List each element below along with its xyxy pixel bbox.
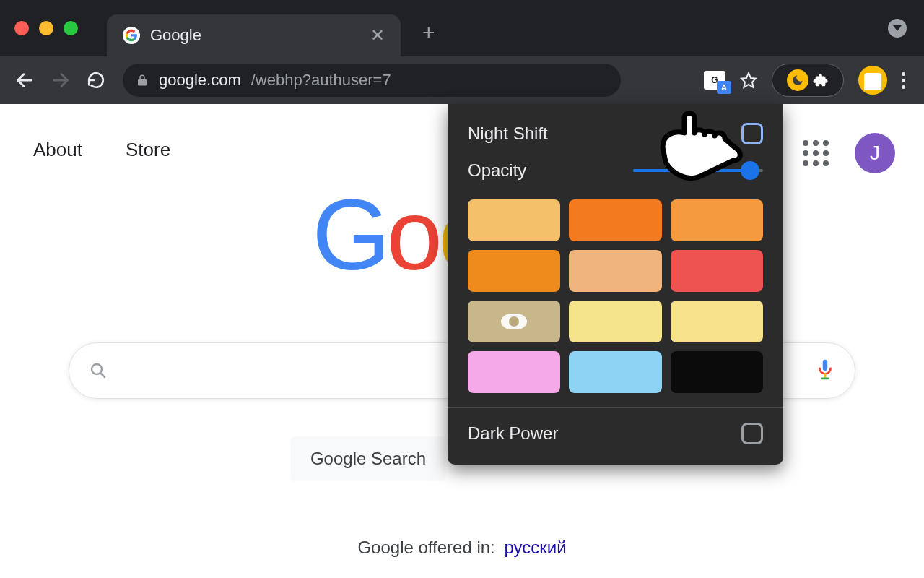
window-zoom-button[interactable] (64, 21, 78, 35)
color-swatch-1[interactable] (569, 199, 661, 241)
reload-button[interactable] (87, 71, 113, 90)
tab-close-button[interactable]: ✕ (370, 25, 385, 46)
color-swatch-7[interactable] (569, 301, 661, 342)
apps-launcher-button[interactable] (803, 140, 829, 166)
color-swatch-5[interactable] (671, 250, 763, 292)
overflow-menu-button[interactable] (902, 72, 905, 89)
extension-button-active[interactable] (772, 64, 844, 97)
color-swatch-10[interactable] (569, 351, 661, 393)
pointing-hand-icon (650, 104, 751, 184)
dark-power-checkbox[interactable] (741, 423, 763, 444)
divider (448, 407, 783, 408)
color-swatch-6[interactable] (468, 301, 560, 342)
color-swatch-2[interactable] (671, 199, 763, 241)
omnibox-path: /webhp?authuser=7 (251, 71, 391, 90)
svg-marker-2 (741, 73, 756, 87)
bookmark-star-button[interactable] (740, 72, 757, 89)
chevron-down-icon (888, 19, 907, 38)
color-swatch-grid (468, 199, 763, 393)
translate-icon[interactable]: G (704, 71, 725, 90)
offered-in-text: Google offered in: русский (357, 538, 566, 558)
color-swatch-9[interactable] (468, 351, 560, 393)
color-swatch-0[interactable] (468, 199, 560, 241)
svg-line-4 (100, 373, 105, 377)
store-link[interactable]: Store (126, 139, 170, 161)
back-button[interactable] (14, 70, 40, 90)
favicon-icon (123, 27, 140, 44)
opacity-label: Opacity (468, 160, 526, 181)
omnibox-domain: google.com (159, 71, 241, 90)
svg-rect-5 (823, 360, 828, 371)
page-content: About Store J G o o g l e Google Search … (0, 104, 924, 578)
color-swatch-11[interactable] (671, 351, 763, 393)
window-tabstrip: Google ✕ + (0, 0, 924, 56)
night-shift-label: Night Shift (468, 124, 548, 144)
offered-language-link[interactable]: русский (504, 538, 566, 557)
window-minimize-button[interactable] (39, 21, 53, 35)
color-swatch-8[interactable] (671, 301, 763, 342)
lock-icon (136, 73, 149, 87)
traffic-lights (14, 21, 78, 35)
extensions-puzzle-icon (813, 72, 829, 88)
header-links: About Store (33, 139, 170, 161)
forward-button[interactable] (51, 70, 77, 90)
tab-title: Google (150, 26, 201, 45)
color-swatch-3[interactable] (468, 250, 560, 292)
color-swatch-4[interactable] (569, 250, 661, 292)
about-link[interactable]: About (33, 139, 82, 161)
google-search-button[interactable]: Google Search (291, 436, 445, 481)
voice-search-button[interactable] (816, 358, 834, 383)
profile-avatar-button[interactable] (858, 66, 887, 95)
window-close-button[interactable] (14, 21, 29, 35)
extension-moon-icon (787, 69, 808, 91)
search-icon (90, 362, 107, 379)
browser-tab[interactable]: Google ✕ (107, 14, 401, 56)
dark-power-label: Dark Power (468, 423, 558, 444)
new-tab-button[interactable]: + (422, 20, 435, 45)
omnibox[interactable]: google.com/webhp?authuser=7 (123, 64, 621, 97)
tabstrip-menu[interactable] (888, 19, 907, 38)
account-avatar[interactable]: J (855, 133, 895, 173)
toolbar: google.com/webhp?authuser=7 G (0, 56, 924, 104)
